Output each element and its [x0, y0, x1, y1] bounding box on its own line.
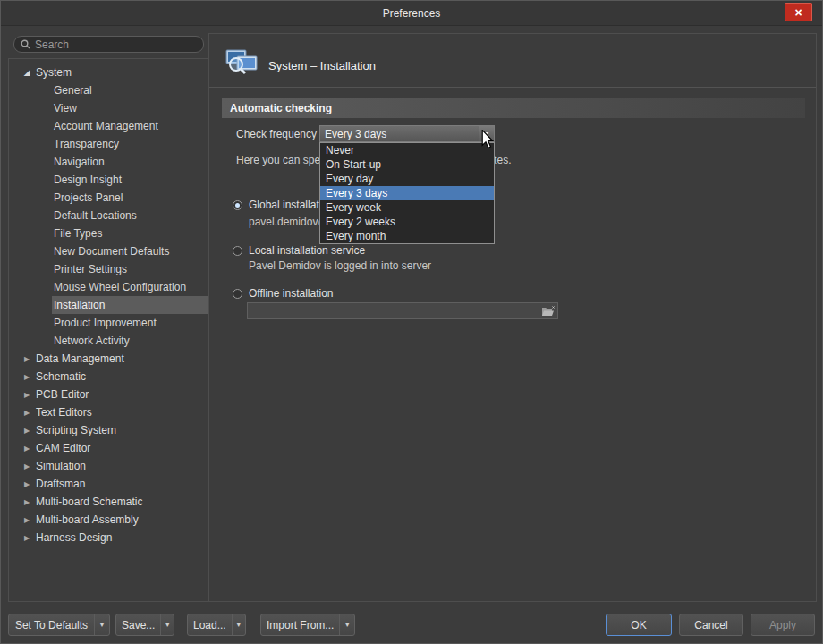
sidebar-tree: ◢System General View Account Management … — [8, 58, 208, 602]
radio-checked-icon[interactable] — [233, 200, 242, 210]
browse-folder-icon[interactable] — [538, 306, 557, 317]
dropdown-option-every-2-weeks[interactable]: Every 2 weeks — [320, 215, 494, 229]
sidebar-item-product-improvement[interactable]: Product Improvement — [9, 314, 208, 332]
tree-collapsed-icon[interactable]: ▶ — [21, 391, 33, 399]
sidebar-item-account-management[interactable]: Account Management — [9, 117, 208, 135]
radio-local-installation-service[interactable]: Local installation service — [233, 244, 365, 257]
sidebar-item-scripting-system[interactable]: ▶Scripting System — [9, 421, 208, 439]
radio-unchecked-icon[interactable] — [233, 246, 242, 256]
set-to-defaults-button[interactable]: Set To Defaults ▼ — [8, 614, 110, 636]
sidebar-item-default-locations[interactable]: Default Locations — [9, 207, 208, 225]
header-separator — [209, 87, 816, 88]
sidebar-item-file-types[interactable]: File Types — [9, 225, 208, 242]
sidebar-item-printer-settings[interactable]: Printer Settings — [9, 260, 208, 278]
radio-unchecked-icon[interactable] — [233, 289, 242, 299]
check-frequency-label: Check frequency — [236, 128, 317, 140]
radio-offline-installation[interactable]: Offline installation — [233, 287, 334, 300]
sidebar-item-system[interactable]: ◢System — [9, 64, 208, 81]
sidebar-item-installation[interactable]: Installation — [9, 296, 208, 314]
frequency-dropdown-list: Never On Start-up Every day Every 3 days… — [319, 142, 495, 244]
load-button[interactable]: Load... ▼ — [187, 614, 246, 636]
tree-collapsed-icon[interactable]: ▶ — [21, 445, 33, 453]
search-box[interactable] — [13, 36, 204, 53]
local-account-text: Pavel Demidov is logged in into server — [249, 259, 431, 272]
sidebar-item-data-management[interactable]: ▶Data Management — [9, 350, 208, 368]
chevron-down-icon[interactable]: ▼ — [340, 622, 354, 628]
tree-collapsed-icon[interactable]: ▶ — [21, 409, 33, 417]
tree-collapsed-icon[interactable]: ▶ — [21, 355, 33, 363]
sidebar-item-draftsman[interactable]: ▶Draftsman — [9, 475, 208, 493]
page-title: System – Installation — [268, 59, 376, 72]
offline-path-input[interactable] — [248, 305, 538, 318]
sidebar-item-schematic[interactable]: ▶Schematic — [9, 368, 208, 386]
sidebar-item-harness-design[interactable]: ▶Harness Design — [9, 529, 208, 547]
tree-collapsed-icon[interactable]: ▶ — [21, 534, 33, 542]
tree-expanded-icon[interactable]: ◢ — [21, 68, 33, 77]
cancel-button[interactable]: Cancel — [679, 614, 743, 636]
chevron-down-icon[interactable]: ▼ — [233, 622, 245, 628]
import-from-button[interactable]: Import From... ▼ — [260, 614, 355, 636]
sidebar-item-multi-board-assembly[interactable]: ▶Multi-board Assembly — [9, 511, 208, 529]
folder-open-icon — [541, 306, 555, 317]
tree-collapsed-icon[interactable]: ▶ — [21, 462, 33, 470]
dropdown-option-never[interactable]: Never — [320, 143, 494, 157]
system-installation-icon — [225, 48, 259, 75]
sidebar-item-cam-editor[interactable]: ▶CAM Editor — [9, 439, 208, 457]
sidebar-item-text-editors[interactable]: ▶Text Editors — [9, 403, 208, 421]
dropdown-option-every-month[interactable]: Every month — [320, 229, 494, 243]
save-button[interactable]: Save... ▼ — [115, 614, 174, 636]
tree-collapsed-icon[interactable]: ▶ — [21, 516, 33, 524]
main-panel: System – Installation Automatic checking… — [208, 33, 817, 602]
check-frequency-value: Every 3 days — [320, 126, 479, 141]
section-title: Automatic checking — [230, 102, 332, 114]
section-header-automatic-checking: Automatic checking — [222, 98, 805, 118]
close-icon: × — [794, 5, 802, 20]
ok-button[interactable]: OK — [606, 614, 672, 636]
sidebar-item-view[interactable]: View — [9, 99, 208, 117]
sidebar-item-design-insight[interactable]: Design Insight — [9, 171, 208, 189]
offline-path-field — [247, 302, 558, 319]
dropdown-option-every-day[interactable]: Every day — [320, 172, 494, 186]
close-button[interactable]: × — [785, 3, 812, 21]
titlebar[interactable]: Preferences × — [1, 1, 822, 26]
sidebar-item-multi-board-schematic[interactable]: ▶Multi-board Schematic — [9, 493, 208, 511]
footer-bar: Set To Defaults ▼ Save... ▼ Load... ▼ Im… — [1, 606, 822, 643]
chevron-down-icon[interactable]: ▼ — [479, 126, 494, 141]
search-icon — [21, 39, 30, 49]
chevron-down-icon[interactable]: ▼ — [161, 622, 174, 628]
sidebar-item-new-document-defaults[interactable]: New Document Defaults — [9, 242, 208, 260]
tree-collapsed-icon[interactable]: ▶ — [21, 373, 33, 381]
chevron-down-icon[interactable]: ▼ — [95, 622, 109, 628]
check-frequency-dropdown[interactable]: Every 3 days ▼ — [319, 125, 495, 142]
dropdown-option-every-week[interactable]: Every week — [320, 200, 494, 215]
sidebar-item-network-activity[interactable]: Network Activity — [9, 332, 208, 350]
sidebar-item-simulation[interactable]: ▶Simulation — [9, 457, 208, 475]
sidebar-item-general[interactable]: General — [9, 81, 208, 99]
apply-button[interactable]: Apply — [751, 614, 815, 636]
tree-collapsed-icon[interactable]: ▶ — [21, 498, 33, 506]
sidebar-item-navigation[interactable]: Navigation — [9, 153, 208, 171]
sidebar-item-pcb-editor[interactable]: ▶PCB Editor — [9, 386, 208, 403]
global-account-text: pavel.demidov@ — [249, 216, 329, 228]
dropdown-option-every-3-days[interactable]: Every 3 days — [320, 186, 494, 200]
search-input[interactable] — [35, 38, 197, 51]
window-title: Preferences — [1, 7, 822, 20]
sidebar-item-mouse-wheel-configuration[interactable]: Mouse Wheel Configuration — [9, 278, 208, 296]
dropdown-option-on-start-up[interactable]: On Start-up — [320, 157, 494, 172]
preferences-window: Preferences × ◢System General View Accou… — [0, 0, 823, 644]
tree-collapsed-icon[interactable]: ▶ — [21, 480, 33, 488]
sidebar-item-projects-panel[interactable]: Projects Panel — [9, 189, 208, 207]
tree-collapsed-icon[interactable]: ▶ — [21, 427, 33, 435]
sidebar-item-transparency[interactable]: Transparency — [9, 135, 208, 153]
